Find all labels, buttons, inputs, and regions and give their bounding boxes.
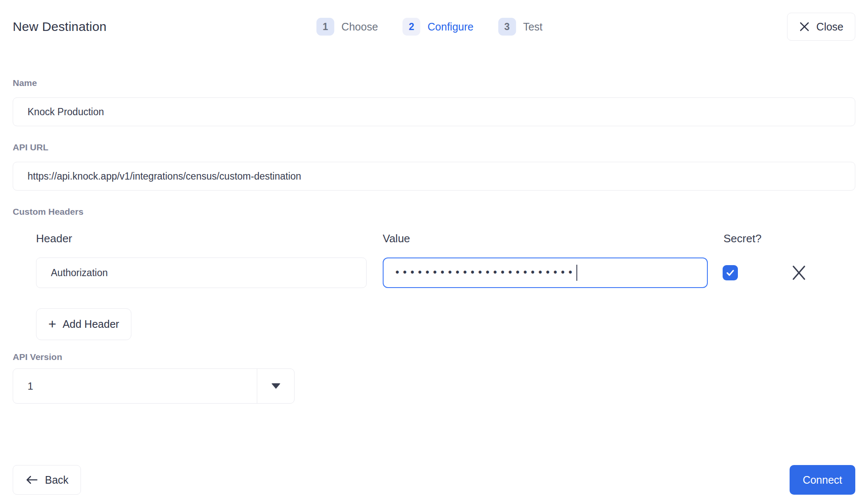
close-button[interactable]: Close (787, 13, 855, 41)
custom-header-row: •••••••••••••••••••••••• (36, 258, 855, 288)
connect-button-label: Connect (803, 474, 842, 486)
api-url-input[interactable] (13, 162, 855, 191)
name-input[interactable] (13, 97, 855, 126)
column-label-secret: Secret? (723, 232, 762, 245)
step-choose-label: Choose (342, 21, 378, 33)
plus-icon: + (48, 317, 56, 331)
x-icon (790, 264, 807, 281)
dialog-header: New Destination 1 Choose 2 Configure 3 T… (13, 0, 855, 41)
step-configure-badge: 2 (403, 18, 420, 36)
step-configure[interactable]: 2 Configure (403, 18, 473, 36)
custom-headers-label: Custom Headers (13, 207, 855, 217)
custom-headers-block: Header Value Secret? •••••••••••••••••••… (36, 232, 855, 340)
text-cursor (576, 265, 577, 281)
add-header-button[interactable]: + Add Header (36, 308, 131, 340)
step-configure-label: Configure (428, 21, 473, 33)
step-choose[interactable]: 1 Choose (317, 18, 378, 36)
api-version-label: API Version (13, 352, 855, 362)
stepper: 1 Choose 2 Configure 3 Test (317, 13, 542, 41)
step-choose-badge: 1 (317, 18, 334, 36)
name-label: Name (13, 78, 855, 88)
close-icon (799, 21, 810, 32)
api-url-label: API URL (13, 142, 855, 152)
back-button[interactable]: Back (13, 465, 81, 495)
add-header-button-label: Add Header (63, 318, 119, 330)
header-value-input[interactable]: •••••••••••••••••••••••• (383, 258, 708, 288)
api-version-select[interactable]: 1 (13, 368, 295, 404)
page-title: New Destination (13, 19, 106, 34)
step-test-label: Test (523, 21, 542, 33)
custom-headers-column-labels: Header Value Secret? (36, 232, 855, 245)
back-button-label: Back (45, 474, 69, 486)
secret-checkbox[interactable] (723, 265, 738, 280)
new-destination-dialog: New Destination 1 Choose 2 Configure 3 T… (0, 0, 868, 504)
api-version-selected-value: 1 (13, 369, 257, 403)
step-test-badge: 3 (498, 18, 516, 36)
chevron-down-icon (271, 383, 281, 389)
dialog-footer: Back Connect (13, 465, 855, 495)
arrow-left-icon (25, 474, 39, 486)
api-version-dropdown-toggle[interactable] (257, 369, 294, 403)
close-button-label: Close (816, 21, 843, 33)
check-icon (725, 268, 735, 278)
connect-button[interactable]: Connect (790, 465, 855, 495)
column-label-header: Header (36, 232, 367, 245)
delete-header-button[interactable] (790, 264, 807, 281)
step-test[interactable]: 3 Test (498, 18, 542, 36)
masked-value-text: •••••••••••••••••••••••• (395, 267, 576, 277)
column-label-value: Value (383, 232, 708, 245)
header-name-input[interactable] (36, 258, 367, 288)
